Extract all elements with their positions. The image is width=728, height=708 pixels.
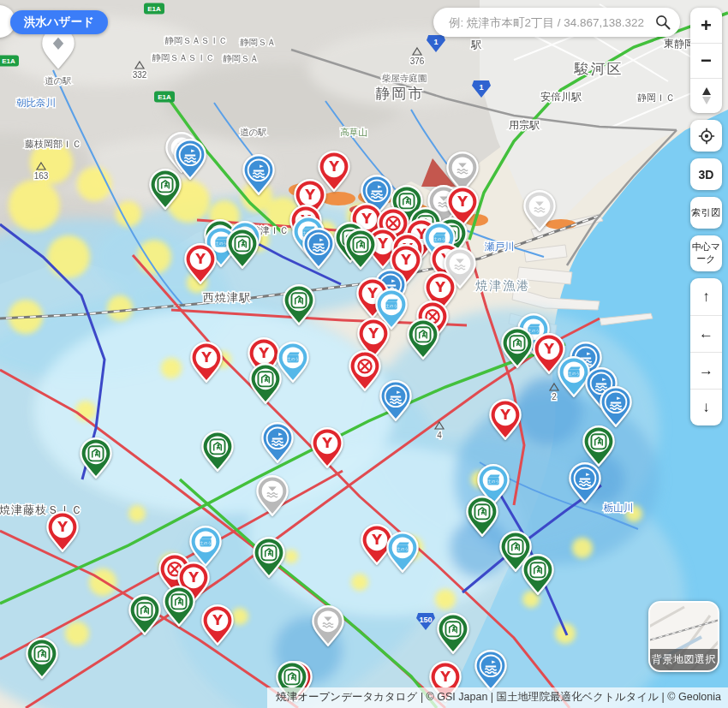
shelter-marker[interactable] bbox=[149, 169, 182, 210]
search-icon[interactable] bbox=[654, 14, 671, 31]
shelter-icon bbox=[522, 554, 554, 595]
hazard-layer-button[interactable]: 洪水ハザード bbox=[10, 10, 108, 34]
map-viewport[interactable]: 33216337624 静岡市駿河区柴屋寺庭園高草山用宗駅安倍川駅静岡ＩＣ東静岡… bbox=[0, 0, 728, 708]
svg-text:土のう: 土のう bbox=[397, 547, 408, 551]
pump-marker[interactable] bbox=[600, 386, 632, 427]
peak-elevation-label: 2 bbox=[552, 392, 557, 402]
pump-marker[interactable] bbox=[379, 380, 412, 421]
map-label: 栃山川 bbox=[604, 503, 634, 513]
sandbag-marker[interactable]: 土のう bbox=[189, 526, 222, 567]
hydrant-marker[interactable]: Y bbox=[190, 342, 223, 383]
waterlevel-icon bbox=[256, 475, 289, 516]
svg-text:Y: Y bbox=[543, 341, 554, 357]
shelter-icon bbox=[501, 327, 534, 368]
hydrant-icon: Y bbox=[190, 342, 223, 383]
svg-text:Y: Y bbox=[212, 612, 223, 628]
shelter-marker[interactable] bbox=[437, 613, 469, 654]
shelter-marker[interactable] bbox=[407, 318, 439, 360]
shelter-icon bbox=[80, 437, 112, 479]
basemap-select-button[interactable]: 背景地図選択 bbox=[648, 601, 719, 672]
shelter-marker[interactable] bbox=[582, 425, 615, 467]
center-mark-button[interactable]: 中心マ ーク bbox=[690, 235, 722, 271]
peak-elevation-label: 376 bbox=[410, 57, 425, 66]
hydrant-icon: Y bbox=[184, 243, 217, 284]
3d-toggle-button[interactable]: 3D bbox=[690, 158, 722, 190]
zoom-out-button[interactable]: − bbox=[690, 44, 722, 78]
svg-text:Y: Y bbox=[367, 325, 379, 342]
map-label: 道の駅 bbox=[45, 75, 72, 86]
map-label: 静岡市 bbox=[376, 86, 425, 102]
peak-elevation-label: 163 bbox=[34, 171, 49, 181]
hydrant-marker[interactable]: Y bbox=[46, 511, 79, 552]
pan-right-button[interactable]: → bbox=[690, 353, 722, 389]
noentry-marker[interactable] bbox=[349, 350, 381, 391]
shelter-marker[interactable] bbox=[501, 327, 534, 368]
svg-text:土のう: 土のう bbox=[487, 479, 498, 484]
shelter-marker[interactable] bbox=[253, 537, 285, 578]
map-label: 道の駅 bbox=[240, 127, 267, 137]
shelter-marker[interactable] bbox=[163, 586, 195, 627]
pan-left-button[interactable]: ← bbox=[690, 316, 722, 352]
pump-marker[interactable] bbox=[474, 650, 507, 691]
sandbag-marker[interactable]: 土のう bbox=[386, 532, 419, 573]
shelter-marker[interactable] bbox=[226, 228, 259, 269]
shelter-marker[interactable] bbox=[283, 284, 315, 325]
pump-icon bbox=[379, 380, 412, 421]
svg-text:Y: Y bbox=[377, 235, 388, 252]
svg-text:Y: Y bbox=[258, 345, 269, 361]
search-box[interactable] bbox=[433, 8, 680, 37]
svg-text:土のう: 土のう bbox=[287, 357, 298, 361]
pump-marker[interactable] bbox=[261, 422, 294, 463]
pump-marker[interactable] bbox=[242, 154, 275, 195]
hydrant-marker[interactable]: Y bbox=[201, 604, 234, 646]
pump-icon bbox=[261, 422, 294, 463]
hydrant-marker[interactable]: Y bbox=[184, 243, 217, 284]
map-label: 西焼津駅 bbox=[203, 291, 251, 304]
pump-icon bbox=[474, 650, 507, 691]
svg-text:土のう: 土のう bbox=[200, 541, 211, 545]
zoom-control: + − bbox=[690, 8, 722, 113]
route-shield: E1A bbox=[154, 92, 175, 103]
shelter-marker[interactable] bbox=[344, 229, 377, 270]
pump-marker[interactable] bbox=[569, 462, 601, 503]
shelter-icon bbox=[407, 318, 439, 360]
shelter-marker[interactable] bbox=[466, 496, 498, 537]
shelter-icon bbox=[26, 638, 58, 679]
shelter-icon bbox=[226, 228, 259, 269]
pan-down-button[interactable]: ↓ bbox=[690, 390, 722, 425]
map-label: 静岡ＳＡ bbox=[240, 37, 276, 47]
shelter-marker[interactable] bbox=[26, 638, 58, 679]
shelter-marker[interactable] bbox=[128, 594, 161, 635]
map-label: 静岡ＩＣ bbox=[637, 92, 675, 103]
waterfaint-marker[interactable] bbox=[523, 190, 556, 231]
map-label: 瀬戸川 bbox=[485, 241, 515, 252]
svg-text:Y: Y bbox=[188, 569, 199, 586]
pump-icon bbox=[600, 386, 632, 427]
shelter-marker[interactable] bbox=[522, 554, 554, 595]
search-input[interactable] bbox=[447, 15, 654, 30]
map-label: 静岡ＳＡＳＩＣ bbox=[152, 52, 215, 62]
index-map-button[interactable]: 索引図 bbox=[690, 197, 722, 229]
svg-text:Y: Y bbox=[439, 669, 451, 685]
map-label: 静岡ＳＡＳＩＣ bbox=[164, 35, 228, 45]
route-shield: E1A bbox=[144, 3, 164, 15]
pan-up-button[interactable]: ↑ bbox=[690, 279, 722, 315]
svg-text:Y: Y bbox=[499, 407, 510, 423]
hydrant-marker[interactable]: Y bbox=[489, 399, 522, 440]
compass-button[interactable] bbox=[690, 79, 722, 113]
shelter-marker[interactable] bbox=[249, 363, 282, 404]
hydrant-icon: Y bbox=[489, 399, 522, 440]
svg-text:土のう: 土のう bbox=[385, 304, 397, 308]
shelter-marker[interactable] bbox=[80, 437, 112, 479]
zoom-in-button[interactable]: + bbox=[690, 9, 722, 43]
pump-icon bbox=[302, 228, 335, 269]
svg-text:Y: Y bbox=[434, 279, 445, 295]
pump-marker[interactable] bbox=[302, 228, 335, 269]
waterlevel-marker[interactable] bbox=[256, 475, 289, 516]
locate-button[interactable] bbox=[690, 120, 722, 152]
waterlevel-marker[interactable] bbox=[312, 605, 344, 646]
shelter-marker[interactable] bbox=[201, 431, 234, 472]
hydrant-marker[interactable]: Y bbox=[311, 427, 343, 468]
locate-icon bbox=[698, 128, 715, 145]
map-label: 駅 bbox=[471, 39, 481, 51]
